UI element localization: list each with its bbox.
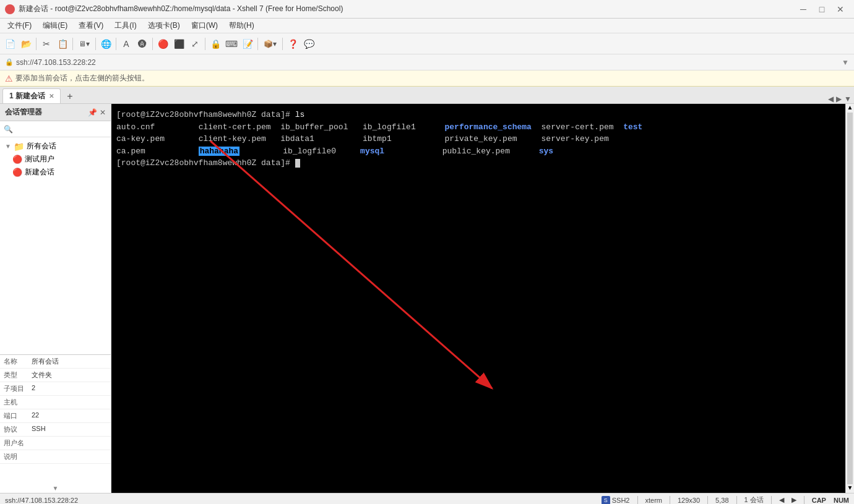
tree-item-all-sessions[interactable]: ▼ 📁 所有会话 <box>0 140 111 153</box>
address-bar: 🔒 ssh://47.108.153.228:22 ▼ <box>0 54 854 70</box>
session-icon-test: 🔴 <box>12 155 22 164</box>
svg-line-1 <box>210 141 492 388</box>
keyboard-btn[interactable]: ⌨ <box>224 36 239 51</box>
hint-icon: ⚠ <box>5 74 13 83</box>
menu-tabs[interactable]: 选项卡(B) <box>143 19 185 32</box>
folder-icon: 📁 <box>14 142 24 152</box>
open-btn[interactable]: 📂 <box>19 36 33 51</box>
app-icon <box>5 4 15 14</box>
disconnect-btn[interactable]: 🌐 <box>98 36 113 51</box>
tab-new-session[interactable]: 1 新建会话 ✕ <box>2 88 61 103</box>
terminal-line: auto.cnf client-cert.pem ib_buffer_pool … <box>116 121 840 134</box>
prop-value: 22 <box>28 409 111 423</box>
menu-help[interactable]: 帮助(H) <box>224 19 259 32</box>
sidebar-close-icon[interactable]: ✕ <box>100 108 106 117</box>
tab-add-button[interactable]: + <box>63 90 77 103</box>
address-text: ssh://47.108.153.228:22 <box>16 58 96 67</box>
status-term: xterm <box>645 497 663 504</box>
terminal-line: [root@iZ2vc28obhvfham8wewhh0Z data]# <box>116 157 840 169</box>
search-input[interactable] <box>15 126 107 133</box>
address-arrow-icon[interactable]: ▼ <box>842 58 849 67</box>
session-icon-new: 🔴 <box>12 168 22 177</box>
scrollbar-thumb[interactable] <box>847 113 853 484</box>
script-btn[interactable]: 📝 <box>240 36 255 51</box>
prop-value: 所有会话 <box>28 355 111 369</box>
sidebar-scroll-down[interactable]: ▼ <box>0 484 111 493</box>
prop-value <box>28 437 111 450</box>
prop-key: 说明 <box>0 450 28 464</box>
cut-btn[interactable]: ✂ <box>39 36 54 51</box>
status-size: 129x30 <box>678 497 700 504</box>
tab-prev-icon[interactable]: ◀ <box>828 95 834 103</box>
status-cursor: 5,38 <box>715 497 728 504</box>
tab-close-icon[interactable]: ✕ <box>49 93 54 100</box>
prop-key: 主机 <box>0 396 28 409</box>
help-btn[interactable]: ❓ <box>285 36 300 51</box>
terminal-line: ca.pem hahahaha ib_logfile0 mysql public… <box>116 145 840 158</box>
minimize-button[interactable]: ─ <box>795 3 812 15</box>
title-bar: 新建会话 - root@iZ2vc28obhvfham8wewhh0Z:/hom… <box>0 0 854 19</box>
terminal-line: ca-key.pem client-key.pem ibdata1 ibtmp1… <box>116 133 840 145</box>
scrollbar-area[interactable]: ▲ ▼ <box>845 104 854 493</box>
search-icon: 🔍 <box>4 125 13 134</box>
hint-text: 要添加当前会话，点击左侧的箭头按钮。 <box>15 73 149 83</box>
terminal[interactable]: [root@iZ2vc28obhvfham8wewhh0Z data]# lsa… <box>111 104 845 493</box>
scroll-up-btn[interactable]: ▲ <box>846 104 854 113</box>
terminal-line: [root@iZ2vc28obhvfham8wewhh0Z data]# ls <box>116 109 840 121</box>
toolbar-btn6[interactable]: 🔴 <box>155 36 170 51</box>
status-bar: ssh://47.108.153.228:22 S SSH2 xterm 129… <box>0 493 854 504</box>
prop-value: 文件夹 <box>28 369 111 382</box>
session-properties: 名称所有会话类型文件夹子项目2主机端口22协议SSH用户名说明 <box>0 354 111 484</box>
prop-value: 2 <box>28 382 111 396</box>
terminal-wrapper: [root@iZ2vc28obhvfham8wewhh0Z data]# lsa… <box>111 104 845 493</box>
tree-label-all-sessions: 所有会话 <box>27 141 56 152</box>
close-button[interactable]: ✕ <box>832 3 849 15</box>
status-icon-ssh: S <box>602 496 610 505</box>
prop-key: 名称 <box>0 355 28 369</box>
tree-label-test-user: 测试用户 <box>25 154 54 164</box>
prop-key: 类型 <box>0 369 28 382</box>
tab-bar: 1 新建会话 ✕ + ◀ ▶ ▼ <box>0 87 854 104</box>
lock-icon: 🔒 <box>5 58 14 66</box>
menu-tools[interactable]: 工具(I) <box>110 19 141 32</box>
scroll-down-btn[interactable]: ▼ <box>846 484 854 493</box>
status-cap: CAP <box>812 497 826 504</box>
prop-key: 子项目 <box>0 382 28 396</box>
color-btn[interactable]: 🅐 <box>135 36 150 51</box>
sidebar-search-bar: 🔍 <box>0 121 111 137</box>
nav-next-icon[interactable]: ▶ <box>791 496 796 504</box>
prop-key: 端口 <box>0 409 28 423</box>
status-num: NUM <box>834 497 849 504</box>
hint-bar: ⚠ 要添加当前会话，点击左侧的箭头按钮。 <box>0 70 854 87</box>
copy-btn[interactable]: 📋 <box>55 36 70 51</box>
prop-value <box>28 450 111 464</box>
sidebar: 会话管理器 📌 ✕ 🔍 ▼ 📁 所有会话 🔴 测试用户 � <box>0 104 111 493</box>
new-session-btn[interactable]: 📄 <box>2 36 17 51</box>
prop-key: 协议 <box>0 423 28 437</box>
menu-edit[interactable]: 编辑(E) <box>38 19 72 32</box>
prop-key: 用户名 <box>0 437 28 450</box>
info-btn[interactable]: 💬 <box>301 36 316 51</box>
tab-next-icon[interactable]: ▶ <box>836 95 842 103</box>
toolbar-btn8[interactable]: ⤢ <box>188 36 202 51</box>
sidebar-pin-icon[interactable]: 📌 <box>88 108 97 117</box>
menu-file[interactable]: 文件(F) <box>2 19 37 32</box>
lock-btn[interactable]: 🔒 <box>208 36 223 51</box>
tab-menu-icon[interactable]: ▼ <box>844 95 852 103</box>
status-protocol-text: SSH2 <box>612 497 630 504</box>
connect-dropdown[interactable]: 🖥▾ <box>75 36 93 51</box>
window-title: 新建会话 - root@iZ2vc28obhvfham8wewhh0Z:/hom… <box>19 4 343 14</box>
tree-toggle-icon: ▼ <box>5 143 11 150</box>
menu-bar: 文件(F) 编辑(E) 查看(V) 工具(I) 选项卡(B) 窗口(W) 帮助(… <box>0 19 854 33</box>
maximize-button[interactable]: □ <box>813 3 830 15</box>
tree-item-new-session[interactable]: 🔴 新建会话 <box>0 166 111 179</box>
menu-window[interactable]: 窗口(W) <box>186 19 223 32</box>
transfer-btn[interactable]: 📦▾ <box>261 36 280 51</box>
menu-view[interactable]: 查看(V) <box>74 19 108 32</box>
tab-label: 1 新建会话 <box>9 91 45 101</box>
font-btn[interactable]: A <box>119 36 134 51</box>
toolbar-btn7[interactable]: ⬛ <box>171 36 186 51</box>
nav-prev-icon[interactable]: ◀ <box>779 496 784 504</box>
prop-value <box>28 396 111 409</box>
tree-item-test-user[interactable]: 🔴 测试用户 <box>0 153 111 166</box>
